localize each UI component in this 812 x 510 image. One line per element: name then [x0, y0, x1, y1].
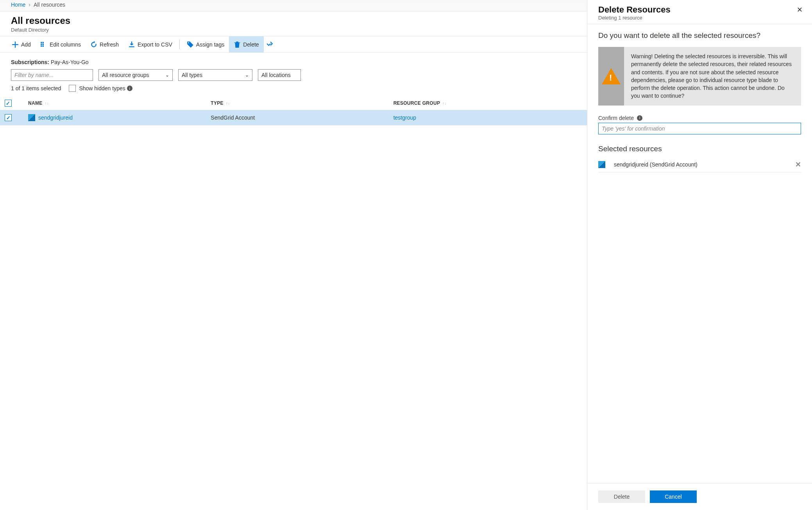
tag-icon [187, 41, 194, 48]
edit-columns-label: Edit columns [50, 41, 81, 48]
export-csv-button[interactable]: Export to CSV [123, 36, 177, 52]
filter-name-input[interactable] [11, 69, 93, 81]
cancel-button[interactable]: Cancel [650, 490, 697, 503]
filter-resource-groups[interactable]: All resource groups ⌄ [98, 69, 173, 81]
svg-rect-1 [41, 43, 42, 45]
toolbar: Add Edit columns Refresh Export to CSV [0, 36, 587, 53]
refresh-icon [90, 41, 97, 48]
delete-question: Do you want to delete all the selected r… [598, 31, 801, 40]
edit-columns-button[interactable]: Edit columns [36, 36, 86, 52]
more-button[interactable] [264, 36, 275, 52]
columns-icon [40, 41, 47, 48]
resource-icon [598, 161, 605, 168]
refresh-label: Refresh [100, 41, 119, 48]
download-icon [128, 41, 135, 48]
trash-icon [234, 41, 241, 48]
col-type[interactable]: TYPE ↑↓ [211, 100, 393, 106]
delete-panel-header: Delete Resources Deleting 1 resource ✕ [587, 0, 812, 24]
delete-label: Delete [243, 41, 259, 48]
list-status: 1 of 1 items selected Show hidden types … [0, 85, 587, 97]
col-resource-group[interactable]: RESOURCE GROUP ↑↓ [393, 100, 576, 106]
page-title: All resources [11, 15, 576, 26]
warning-text: Warning! Deleting the selected resources… [624, 47, 801, 106]
filter-locations-label: All locations [261, 72, 291, 78]
svg-point-6 [188, 42, 189, 43]
delete-panel: Delete Resources Deleting 1 resource ✕ D… [587, 0, 812, 510]
resource-table: NAME ↑↓ TYPE ↑↓ RESOURCE GROUP ↑↓ sendgr… [0, 97, 587, 125]
chevron-down-icon: ⌄ [165, 72, 169, 78]
sort-icon: ↑↓ [226, 101, 230, 106]
filter-locations[interactable]: All locations [258, 69, 301, 81]
breadcrumb-current: All resources [34, 2, 65, 8]
col-name[interactable]: NAME ↑↓ [28, 100, 211, 106]
page-subtitle: Default Directory [11, 27, 576, 33]
selected-resource-name: sendgridjureid (SendGrid Account) [609, 161, 791, 168]
svg-rect-5 [43, 45, 44, 47]
selected-resources-title: Selected resources [598, 145, 801, 153]
info-icon: i [127, 86, 132, 91]
subscriptions-line: Subscriptions: Pay-As-You-Go [11, 59, 576, 65]
add-label: Add [21, 41, 31, 48]
filter-rg-label: All resource groups [102, 72, 149, 78]
page-header: All resources Default Directory [0, 11, 587, 36]
show-hidden-toggle[interactable]: Show hidden types i [69, 85, 132, 92]
filter-area: Subscriptions: Pay-As-You-Go All resourc… [0, 53, 587, 85]
subscriptions-label: Subscriptions: [11, 59, 49, 65]
resource-group-link[interactable]: testgroup [393, 115, 576, 121]
delete-panel-body: Do you want to delete all the selected r… [587, 24, 812, 483]
selected-count: 1 of 1 items selected [11, 85, 61, 91]
plus-icon [12, 41, 19, 48]
resource-name-link[interactable]: sendgridjureid [38, 115, 73, 121]
subscriptions-value: Pay-As-You-Go [51, 59, 89, 65]
resource-type: SendGrid Account [211, 115, 393, 121]
svg-rect-4 [43, 43, 44, 45]
sort-icon: ↑↓ [442, 101, 447, 106]
breadcrumb-home[interactable]: Home [11, 2, 25, 8]
chevron-down-icon: ⌄ [245, 72, 249, 78]
row-checkbox[interactable] [5, 114, 12, 121]
resource-icon [28, 114, 35, 121]
warning-icon-area [598, 47, 624, 106]
svg-rect-2 [41, 45, 42, 47]
export-csv-label: Export to CSV [138, 41, 172, 48]
filter-types-label: All types [182, 72, 202, 78]
add-button[interactable]: Add [7, 36, 36, 52]
checkbox-icon [69, 85, 76, 92]
confirm-delete-input[interactable] [598, 123, 801, 134]
confirm-delete-label: Confirm delete i [598, 115, 801, 121]
main-panel: Home › All resources All resources Defau… [0, 0, 587, 510]
assign-tags-label: Assign tags [196, 41, 224, 48]
svg-rect-3 [43, 42, 44, 43]
close-icon[interactable]: ✕ [797, 5, 803, 14]
filter-types[interactable]: All types ⌄ [178, 69, 252, 81]
sort-icon: ↑↓ [45, 101, 49, 106]
toolbar-separator [179, 40, 180, 49]
delete-button[interactable]: Delete [229, 36, 263, 52]
delete-panel-subtitle: Deleting 1 resource [598, 15, 801, 21]
warning-box: Warning! Deleting the selected resources… [598, 47, 801, 106]
delete-panel-footer: Delete Cancel [587, 483, 812, 510]
chevron-right-icon: › [29, 2, 30, 8]
info-icon: i [637, 115, 642, 121]
warning-icon [602, 68, 621, 84]
show-hidden-label: Show hidden types [79, 85, 125, 91]
assign-tags-button[interactable]: Assign tags [182, 36, 229, 52]
svg-rect-0 [41, 42, 42, 43]
selected-resource-item: sendgridjureid (SendGrid Account) ✕ [598, 157, 801, 172]
select-all-checkbox[interactable] [5, 100, 12, 107]
delete-panel-title: Delete Resources [598, 5, 801, 15]
confirm-delete-button[interactable]: Delete [598, 490, 645, 503]
breadcrumb: Home › All resources [0, 0, 587, 11]
try-preview-icon [266, 41, 273, 48]
table-row[interactable]: sendgridjureid SendGrid Account testgrou… [0, 110, 587, 125]
table-header: NAME ↑↓ TYPE ↑↓ RESOURCE GROUP ↑↓ [0, 97, 587, 110]
refresh-button[interactable]: Refresh [86, 36, 123, 52]
remove-icon[interactable]: ✕ [795, 160, 801, 169]
